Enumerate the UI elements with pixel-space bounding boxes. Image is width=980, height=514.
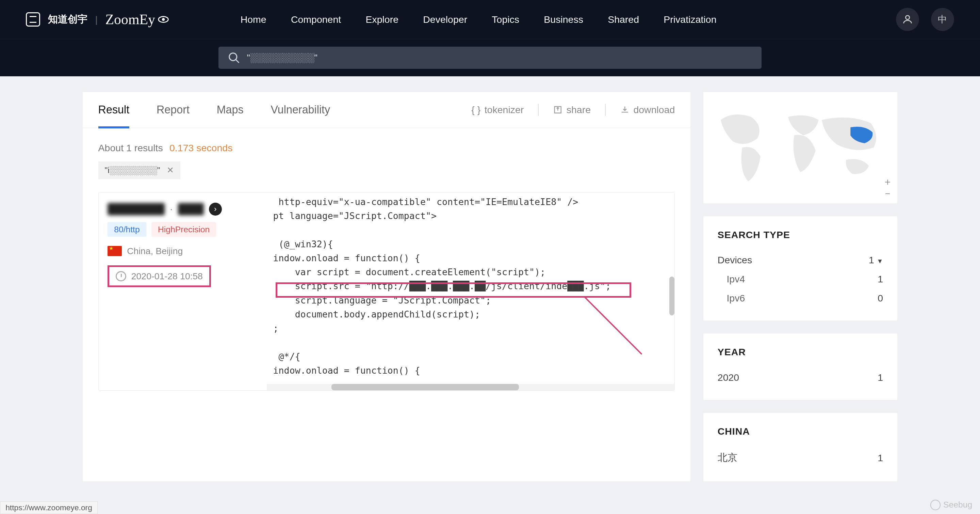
- tab-result[interactable]: Result: [98, 92, 130, 128]
- facet-year-title: YEAR: [718, 346, 883, 358]
- facet-china-row[interactable]: 北京 1: [718, 448, 883, 468]
- nav-topics[interactable]: Topics: [492, 14, 519, 25]
- main-nav: Home Component Explore Developer Topics …: [240, 14, 717, 25]
- facet-china-label: 北京: [718, 451, 737, 464]
- facet-year-count: 1: [878, 372, 883, 383]
- sidebar: ＋ － SEARCH TYPE Devices 1▼ Ipv4 1 Ipv6 0…: [703, 92, 897, 481]
- filter-chip-text: "i░░░░░░░░": [105, 166, 160, 175]
- result-code: http-equiv="x-ua-compatible" content="IE…: [267, 192, 675, 390]
- facet-china: CHINA 北京 1: [703, 413, 897, 481]
- svg-point-3: [229, 53, 237, 60]
- tab-maps[interactable]: Maps: [217, 92, 243, 128]
- results-meta: About 1 results 0.173 seconds: [83, 128, 690, 161]
- results-count: About 1 results: [98, 142, 163, 153]
- nav-developer[interactable]: Developer: [423, 14, 467, 25]
- facet-ipv4-label: Ipv4: [727, 273, 745, 285]
- tab-bar: Result Report Maps Vulnerability { } tok…: [83, 92, 690, 128]
- svg-point-2: [906, 16, 910, 19]
- eye-icon: [158, 14, 169, 25]
- facet-devices[interactable]: Devices 1▼: [718, 251, 883, 270]
- facet-devices-label: Devices: [718, 254, 752, 266]
- timestamp-highlight: 2020-01-28 10:58: [108, 265, 211, 287]
- share-icon: [553, 105, 563, 115]
- nav-component[interactable]: Component: [291, 14, 341, 25]
- divider: [538, 104, 539, 115]
- tokenizer-button[interactable]: { } tokenizer: [471, 104, 524, 115]
- download-icon: [620, 105, 630, 115]
- tab-actions: { } tokenizer share download: [471, 104, 675, 115]
- nav-right: 中: [896, 8, 954, 31]
- zoom-out-button[interactable]: －: [882, 188, 893, 199]
- zoom-in-button[interactable]: ＋: [882, 176, 893, 188]
- clock-icon: [116, 271, 126, 281]
- china-flag-icon: [108, 246, 122, 256]
- nav-home[interactable]: Home: [240, 14, 266, 25]
- result-item: ███████ · ███ › 80/http HighPrecision Ch…: [98, 192, 675, 391]
- result-summary: ███████ · ███ › 80/http HighPrecision Ch…: [99, 192, 267, 390]
- search-box[interactable]: [218, 47, 762, 69]
- facet-china-count: 1: [878, 452, 883, 464]
- timestamp-text: 2020-01-28 10:58: [131, 271, 203, 282]
- results-time: 0.173 seconds: [169, 142, 232, 153]
- search-icon: [228, 51, 240, 64]
- result-host[interactable]: ███████ · ███ ›: [108, 203, 258, 215]
- user-button[interactable]: [896, 8, 919, 31]
- horizontal-scrollbar-thumb[interactable]: [331, 384, 519, 390]
- host-expand-icon[interactable]: ›: [209, 203, 222, 215]
- product-text: ZoomEy: [105, 11, 155, 27]
- facet-ipv6-count: 0: [878, 292, 883, 304]
- facet-year-row[interactable]: 2020 1: [718, 368, 883, 387]
- share-label: share: [566, 104, 591, 115]
- facet-search-type: SEARCH TYPE Devices 1▼ Ipv4 1 Ipv6 0: [703, 216, 897, 321]
- facet-ipv4[interactable]: Ipv4 1: [718, 270, 883, 289]
- facet-ipv6-label: Ipv6: [727, 292, 745, 304]
- port-badge[interactable]: 80/http: [108, 222, 146, 237]
- horizontal-scrollbar-track[interactable]: [267, 384, 675, 390]
- tokenizer-label: tokenizer: [485, 104, 524, 115]
- host-masked-2: ███: [178, 203, 204, 215]
- language-button[interactable]: 中: [931, 8, 954, 31]
- search-band: [0, 39, 980, 76]
- download-button[interactable]: download: [620, 104, 675, 115]
- filter-chip-close-icon[interactable]: ✕: [167, 165, 174, 175]
- download-label: download: [633, 104, 675, 115]
- nav-business[interactable]: Business: [544, 14, 583, 25]
- top-nav: 知道创宇 | ZoomEy Home Component Explore Dev…: [0, 0, 980, 39]
- host-masked: ███████: [108, 203, 165, 215]
- map-zoom-controls: ＋ －: [882, 176, 893, 199]
- world-map-svg: [708, 97, 892, 198]
- results-panel: Result Report Maps Vulnerability { } tok…: [83, 92, 690, 481]
- code-snippet[interactable]: http-equiv="x-ua-compatible" content="IE…: [267, 192, 675, 380]
- facet-devices-count: 1: [869, 254, 874, 265]
- precision-badge: HighPrecision: [151, 222, 216, 237]
- world-map[interactable]: ＋ －: [703, 92, 897, 203]
- search-input[interactable]: [247, 53, 753, 63]
- tab-vulnerability[interactable]: Vulnerability: [270, 92, 330, 128]
- result-badges: 80/http HighPrecision: [108, 222, 258, 237]
- facet-china-title: CHINA: [718, 426, 883, 437]
- share-button[interactable]: share: [553, 104, 591, 115]
- divider: [605, 104, 606, 115]
- tab-report[interactable]: Report: [156, 92, 189, 128]
- facet-ipv4-count: 1: [878, 273, 883, 285]
- product-name: ZoomEy: [105, 11, 169, 27]
- facet-year-label: 2020: [718, 372, 739, 383]
- caret-down-icon: ▼: [877, 257, 883, 265]
- company-logo-icon: [26, 12, 40, 27]
- svg-point-1: [162, 18, 165, 21]
- facet-ipv6[interactable]: Ipv6 0: [718, 289, 883, 308]
- svg-line-4: [235, 59, 239, 63]
- vertical-scrollbar[interactable]: [669, 276, 675, 315]
- nav-shared[interactable]: Shared: [608, 14, 639, 25]
- nav-privatization[interactable]: Privatization: [663, 14, 716, 25]
- filter-chip[interactable]: "i░░░░░░░░" ✕: [98, 161, 180, 179]
- brand-separator: |: [95, 14, 97, 25]
- user-icon: [902, 14, 913, 25]
- result-location[interactable]: China, Beijing: [108, 246, 258, 257]
- braces-icon: { }: [471, 104, 480, 115]
- brand[interactable]: 知道创宇 | ZoomEy: [26, 11, 169, 27]
- company-name: 知道创宇: [48, 13, 88, 26]
- nav-explore[interactable]: Explore: [366, 14, 398, 25]
- facet-title: SEARCH TYPE: [718, 229, 883, 241]
- location-text: China, Beijing: [127, 246, 183, 257]
